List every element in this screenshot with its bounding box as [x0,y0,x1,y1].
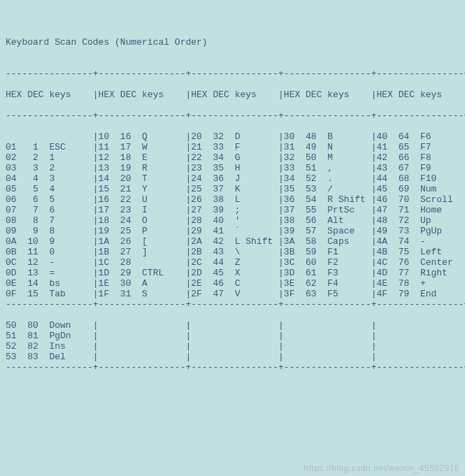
scan-codes-table: Keyboard Scan Codes (Numerical Order) --… [6,37,459,373]
